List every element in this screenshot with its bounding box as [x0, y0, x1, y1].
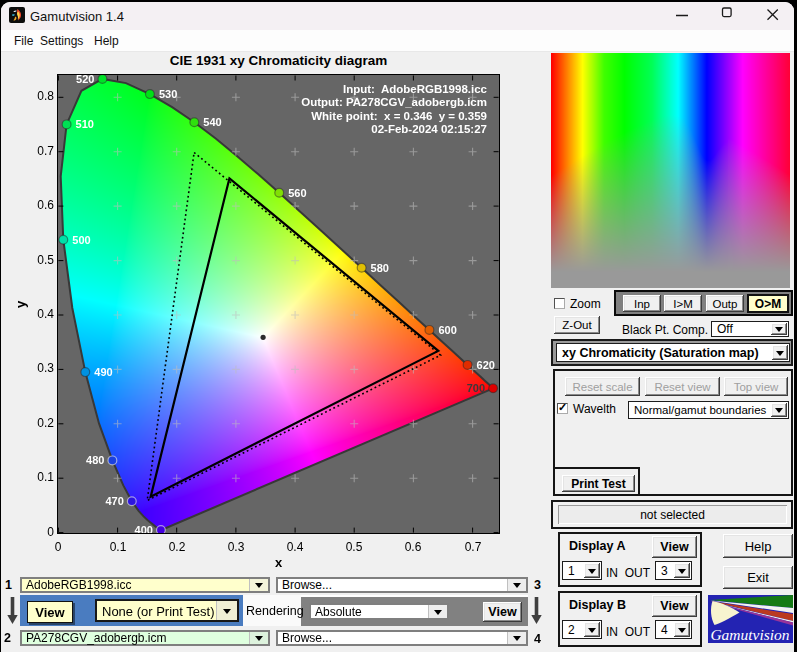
- svg-text:580: 580: [371, 262, 389, 274]
- svg-text:700: 700: [467, 382, 485, 394]
- svg-text:600: 600: [438, 324, 456, 336]
- svg-text:620: 620: [477, 359, 495, 371]
- svg-text:Gamutvision: Gamutvision: [710, 626, 789, 643]
- svg-text:480: 480: [86, 454, 104, 466]
- svg-text:470: 470: [105, 495, 123, 507]
- svg-text:500: 500: [72, 234, 90, 246]
- svg-text:560: 560: [288, 187, 306, 199]
- svg-text:400: 400: [135, 524, 153, 533]
- svg-text:490: 490: [94, 366, 112, 378]
